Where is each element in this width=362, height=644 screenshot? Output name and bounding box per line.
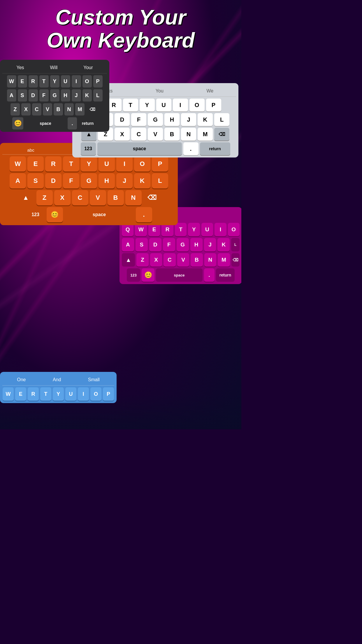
key-s[interactable]: S: [18, 89, 27, 102]
pink-c[interactable]: C: [164, 253, 176, 267]
orange-k[interactable]: K: [134, 173, 150, 188]
suggestion-yes[interactable]: Yes: [14, 64, 26, 71]
orange-space[interactable]: space: [64, 207, 134, 222]
pink-o[interactable]: O: [228, 223, 240, 236]
key-k2[interactable]: K: [198, 113, 213, 126]
key-y[interactable]: Y: [50, 75, 59, 88]
pink-emoji[interactable]: 😊: [142, 268, 154, 282]
key-k[interactable]: K: [82, 89, 92, 102]
light-backspace[interactable]: ⌫: [214, 128, 229, 141]
suggestion-will[interactable]: Will: [48, 64, 60, 71]
key-u[interactable]: U: [61, 75, 70, 88]
suggestion-your[interactable]: Your: [81, 64, 95, 71]
key-t[interactable]: T: [39, 75, 49, 88]
orange-period[interactable]: .: [136, 207, 152, 222]
suggestion-we[interactable]: We: [204, 87, 216, 95]
blue-t[interactable]: T: [40, 387, 51, 401]
suggestion-you[interactable]: You: [153, 87, 166, 95]
pink-t[interactable]: T: [175, 223, 187, 236]
key-i2[interactable]: I: [173, 99, 188, 111]
key-x[interactable]: X: [21, 103, 31, 116]
pink-x[interactable]: X: [150, 253, 162, 267]
key-p[interactable]: P: [93, 75, 103, 88]
light-123[interactable]: 123: [81, 142, 96, 155]
orange-emoji[interactable]: 😊: [47, 207, 63, 222]
key-o[interactable]: O: [82, 75, 92, 88]
orange-y[interactable]: Y: [81, 156, 97, 172]
blue-r[interactable]: R: [28, 387, 39, 401]
pink-space[interactable]: space: [156, 268, 203, 282]
orange-p[interactable]: P: [152, 156, 168, 172]
dark-return-key[interactable]: return: [78, 117, 97, 130]
key-m[interactable]: M: [75, 103, 85, 116]
key-d[interactable]: D: [29, 89, 38, 102]
orange-g[interactable]: G: [81, 173, 97, 188]
key-b[interactable]: B: [54, 103, 63, 116]
blue-e[interactable]: E: [15, 387, 26, 401]
pink-g[interactable]: G: [177, 238, 189, 251]
key-i[interactable]: I: [72, 75, 81, 88]
orange-shift[interactable]: ▲: [17, 190, 35, 205]
key-r[interactable]: R: [29, 75, 38, 88]
pink-j[interactable]: J: [204, 238, 216, 251]
pink-h[interactable]: H: [190, 238, 203, 251]
orange-a[interactable]: A: [10, 173, 26, 188]
key-v[interactable]: V: [43, 103, 52, 116]
key-c[interactable]: C: [32, 103, 41, 116]
pink-a[interactable]: A: [122, 238, 134, 251]
key-j2[interactable]: J: [181, 113, 196, 126]
dark-emoji-key[interactable]: 😊: [12, 117, 23, 130]
key-o2[interactable]: O: [189, 99, 205, 111]
key-a[interactable]: A: [7, 89, 16, 102]
pink-n[interactable]: N: [204, 253, 217, 267]
key-p2[interactable]: P: [206, 99, 221, 111]
pink-period[interactable]: .: [204, 268, 215, 282]
pink-123[interactable]: 123: [127, 268, 140, 282]
orange-u[interactable]: U: [99, 156, 115, 172]
pink-b[interactable]: B: [191, 253, 203, 267]
pink-y[interactable]: Y: [188, 223, 200, 236]
key-n[interactable]: N: [64, 103, 74, 116]
suggestion-one[interactable]: One: [15, 376, 28, 384]
pink-i[interactable]: I: [215, 223, 226, 236]
key-g[interactable]: G: [50, 89, 59, 102]
orange-c[interactable]: C: [72, 190, 88, 205]
dark-period-key[interactable]: .: [68, 117, 77, 130]
key-e[interactable]: E: [18, 75, 27, 88]
pink-u[interactable]: U: [201, 223, 213, 236]
blue-u[interactable]: U: [65, 387, 76, 401]
pink-z[interactable]: Z: [136, 253, 149, 267]
pink-k[interactable]: K: [217, 238, 230, 251]
blue-i[interactable]: I: [78, 387, 89, 401]
orange-x[interactable]: X: [54, 190, 71, 205]
key-d2[interactable]: D: [115, 113, 130, 126]
pink-backspace[interactable]: ⌫: [231, 253, 240, 267]
dark-backspace[interactable]: ⌫: [86, 103, 99, 116]
key-w[interactable]: W: [7, 75, 16, 88]
suggestion-and[interactable]: And: [50, 376, 63, 384]
pink-f[interactable]: F: [163, 238, 175, 251]
key-u2[interactable]: U: [156, 99, 171, 111]
key-z[interactable]: Z: [10, 103, 20, 116]
orange-j[interactable]: J: [116, 173, 133, 188]
dark-space-key[interactable]: space: [25, 117, 66, 130]
key-h[interactable]: H: [61, 89, 70, 102]
blue-w[interactable]: W: [3, 387, 14, 401]
pink-d[interactable]: D: [149, 238, 161, 251]
key-h2[interactable]: H: [164, 113, 180, 126]
key-v2[interactable]: V: [148, 128, 163, 141]
blue-o[interactable]: O: [90, 387, 101, 401]
key-n2[interactable]: N: [181, 128, 196, 141]
orange-o[interactable]: O: [134, 156, 150, 172]
orange-l[interactable]: L: [152, 173, 168, 188]
orange-i[interactable]: I: [116, 156, 133, 172]
key-g2[interactable]: G: [148, 113, 163, 126]
orange-w[interactable]: W: [10, 156, 26, 172]
orange-h[interactable]: H: [99, 173, 115, 188]
suggestion-abc[interactable]: abc: [27, 148, 34, 153]
key-m2[interactable]: M: [198, 128, 213, 141]
pink-return[interactable]: return: [216, 268, 235, 282]
suggestion-small[interactable]: Small: [86, 376, 102, 384]
blue-y[interactable]: Y: [53, 387, 64, 401]
key-b2[interactable]: B: [164, 128, 180, 141]
